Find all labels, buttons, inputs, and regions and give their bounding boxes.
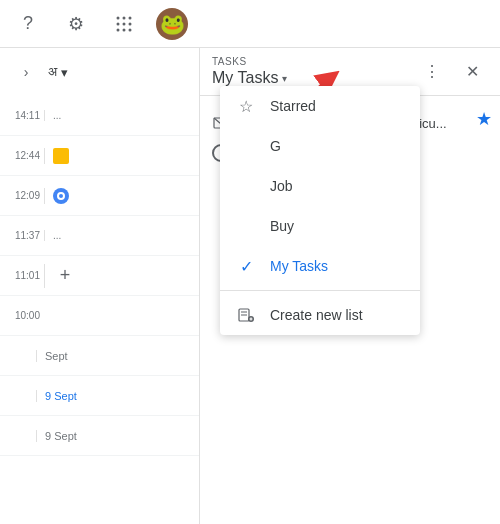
add-event-button[interactable]: + bbox=[53, 264, 77, 288]
svg-point-3 bbox=[117, 22, 120, 25]
date-9sept-row-2: 9 Sept bbox=[0, 416, 199, 456]
dropdown-starred-label: Starred bbox=[270, 98, 316, 114]
svg-point-6 bbox=[117, 28, 120, 31]
blue-circle-event bbox=[53, 188, 69, 204]
calendar-panel: › अ ▾ 14:11 ... 12:44 12:09 bbox=[0, 48, 200, 524]
lang-selector[interactable]: अ ▾ bbox=[48, 64, 68, 80]
cal-row-1137: 11:37 ... bbox=[0, 216, 199, 256]
cal-row-1000: 10:00 bbox=[0, 296, 199, 336]
expand-button[interactable]: › bbox=[12, 58, 40, 86]
check-icon: ✓ bbox=[236, 256, 256, 276]
date-sept-row: Sept bbox=[0, 336, 199, 376]
top-toolbar: ? ⚙ 🐸 bbox=[0, 0, 500, 48]
cal-row-1411: 14:11 ... bbox=[0, 96, 199, 136]
dropdown-item-g[interactable]: G bbox=[220, 126, 420, 166]
main-area: › अ ▾ 14:11 ... 12:44 12:09 bbox=[0, 48, 500, 524]
dropdown-mytasks-label: My Tasks bbox=[270, 258, 328, 274]
lang-label: अ bbox=[48, 64, 57, 80]
svg-point-4 bbox=[123, 22, 126, 25]
date-9sept-row-1: 9 Sept bbox=[0, 376, 199, 416]
date-9sept-label-2: 9 Sept bbox=[36, 430, 191, 442]
time-1000: 10:00 bbox=[8, 310, 44, 321]
tasks-panel: TASKS My Tasks ▾ ⋮ ✕ ★ bbox=[200, 48, 500, 524]
dropdown-item-buy[interactable]: Buy bbox=[220, 206, 420, 246]
help-icon[interactable]: ? bbox=[12, 8, 44, 40]
cal-events-1244 bbox=[44, 148, 191, 164]
cal-row-1209: 12:09 bbox=[0, 176, 199, 216]
dropdown-create-label: Create new list bbox=[270, 307, 363, 323]
dropdown-item-starred[interactable]: ☆ Starred bbox=[220, 86, 420, 126]
dropdown-item-create[interactable]: Create new list bbox=[220, 295, 420, 335]
avatar[interactable]: 🐸 bbox=[156, 8, 188, 40]
settings-icon[interactable]: ⚙ bbox=[60, 8, 92, 40]
svg-point-7 bbox=[123, 28, 126, 31]
dropdown-item-mytasks[interactable]: ✓ My Tasks bbox=[220, 246, 420, 286]
dropdown-job-label: Job bbox=[270, 178, 293, 194]
cal-events-1101: + bbox=[44, 264, 191, 288]
time-1244: 12:44 bbox=[8, 150, 44, 161]
svg-point-8 bbox=[129, 28, 132, 31]
dropdown-menu: ☆ Starred G Job Buy bbox=[220, 86, 420, 335]
cal-events-1411: ... bbox=[44, 110, 191, 121]
dropdown-g-label: G bbox=[270, 138, 281, 154]
dropdown-item-job[interactable]: Job bbox=[220, 166, 420, 206]
cal-events-1137: ... bbox=[44, 230, 191, 241]
dropdown-divider bbox=[220, 290, 420, 291]
job-icon bbox=[236, 176, 256, 196]
date-sept-label: Sept bbox=[36, 350, 191, 362]
svg-point-1 bbox=[123, 16, 126, 19]
lang-dropdown-icon: ▾ bbox=[61, 65, 68, 80]
time-1209: 12:09 bbox=[8, 190, 44, 201]
apps-icon[interactable] bbox=[108, 8, 140, 40]
star-outline-icon: ☆ bbox=[236, 96, 256, 116]
time-1411: 14:11 bbox=[8, 110, 44, 121]
create-list-icon bbox=[236, 305, 256, 325]
g-icon bbox=[236, 136, 256, 156]
svg-point-2 bbox=[129, 16, 132, 19]
svg-point-5 bbox=[129, 22, 132, 25]
dropdown-buy-label: Buy bbox=[270, 218, 294, 234]
cal-row-1101: 11:01 + bbox=[0, 256, 199, 296]
time-1101: 11:01 bbox=[8, 270, 44, 281]
yellow-event bbox=[53, 148, 69, 164]
calendar-header: › अ ▾ bbox=[0, 48, 199, 96]
cal-events-1209 bbox=[44, 188, 191, 204]
svg-point-0 bbox=[117, 16, 120, 19]
date-9sept-label-1: 9 Sept bbox=[36, 390, 191, 402]
buy-icon bbox=[236, 216, 256, 236]
dropdown-overlay: ☆ Starred G Job Buy bbox=[200, 48, 500, 524]
cal-row-1244: 12:44 bbox=[0, 136, 199, 176]
time-1137: 11:37 bbox=[8, 230, 44, 241]
